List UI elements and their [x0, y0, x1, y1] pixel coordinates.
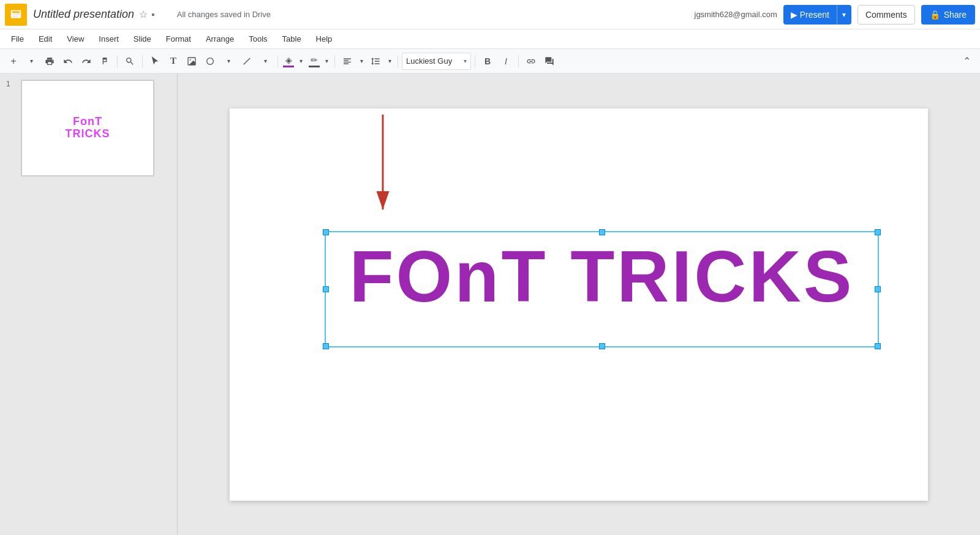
toolbar-right: ⌃	[958, 53, 975, 70]
separator-1	[117, 55, 118, 67]
line-color-button[interactable]: ✏	[307, 54, 321, 69]
shape-button[interactable]	[202, 53, 219, 70]
handle-top-center[interactable]	[599, 229, 605, 235]
handle-bottom-right[interactable]	[875, 343, 881, 349]
thumb-tricks-word: TRICKS	[66, 127, 110, 140]
shape-dropdown-button[interactable]: ▾	[220, 53, 237, 70]
menu-arrange[interactable]: Arrange	[200, 32, 240, 46]
menu-slide[interactable]: Slide	[127, 32, 157, 46]
line-spacing-dropdown[interactable]: ▾	[385, 53, 394, 70]
share-button[interactable]: 🔒 Share	[921, 5, 975, 25]
font-dropdown-icon: ▾	[464, 58, 467, 64]
comments-button[interactable]: Comments	[858, 5, 915, 25]
line-color-icon: ✏	[311, 55, 318, 65]
slide-number-1: 1	[6, 80, 16, 88]
fill-color-dropdown[interactable]: ▾	[296, 53, 305, 70]
folder-icon: ▪	[151, 9, 155, 20]
text-box[interactable]: FOnT TRICKS	[325, 231, 879, 347]
handle-mid-left[interactable]	[323, 286, 329, 292]
menu-format[interactable]: Format	[160, 32, 197, 46]
menu-table[interactable]: Table	[276, 32, 307, 46]
text-button[interactable]: T	[165, 53, 182, 70]
menu-bar: File Edit View Insert Slide Format Arran…	[0, 29, 980, 49]
title-area: Untitled presentation ☆ ▪ All changes sa…	[33, 8, 695, 21]
comment-button[interactable]	[541, 53, 558, 70]
canvas-area[interactable]: FOnT TRICKS	[178, 74, 980, 535]
toolbar-collapse-button[interactable]: ⌃	[958, 53, 975, 70]
menu-view[interactable]: View	[61, 32, 90, 46]
menu-edit[interactable]: Edit	[32, 32, 58, 46]
slides-panel: 1 FonT TRICKS	[0, 74, 178, 535]
present-dropdown-button[interactable]: ▾	[837, 5, 851, 25]
app-icon	[5, 4, 27, 26]
star-icon[interactable]: ☆	[139, 9, 148, 20]
add-dropdown-button[interactable]: ▾	[23, 53, 40, 70]
menu-file[interactable]: File	[5, 32, 30, 46]
image-button[interactable]	[183, 53, 200, 70]
undo-button[interactable]	[59, 53, 77, 70]
line-color-dropdown[interactable]: ▾	[322, 53, 331, 70]
line-color-bar	[309, 66, 320, 67]
svg-rect-2	[12, 14, 20, 15]
separator-2	[142, 55, 143, 67]
separator-4	[334, 55, 335, 67]
text-align-dropdown[interactable]: ▾	[357, 53, 366, 70]
svg-rect-1	[12, 11, 20, 13]
menu-insert[interactable]: Insert	[92, 32, 125, 46]
font-name: Luckiest Guy	[406, 56, 461, 66]
menu-help[interactable]: Help	[310, 32, 339, 46]
font-tricks-text: FOnT TRICKS	[326, 232, 878, 322]
link-button[interactable]	[522, 53, 540, 70]
present-button[interactable]: ▶ Present	[783, 5, 837, 25]
handle-bottom-left[interactable]	[323, 343, 329, 349]
doc-title[interactable]: Untitled presentation	[33, 8, 134, 21]
cursor-button[interactable]	[146, 53, 164, 70]
svg-point-6	[207, 58, 214, 64]
handle-bottom-center[interactable]	[599, 343, 605, 349]
line-dropdown-button[interactable]: ▾	[257, 53, 274, 70]
lock-icon: 🔒	[930, 10, 940, 20]
main-area: 1 FonT TRICKS	[0, 74, 980, 535]
user-email[interactable]: jgsmith628@gmail.com	[695, 10, 777, 19]
share-label: Share	[944, 10, 967, 20]
slide-canvas: FOnT TRICKS	[230, 108, 928, 501]
svg-point-5	[190, 59, 191, 60]
redo-button[interactable]	[78, 53, 95, 70]
fill-color-bar	[283, 66, 294, 67]
add-zoom-group: + ▾	[5, 53, 40, 70]
fill-color-button[interactable]: ◈	[282, 54, 295, 69]
slide-thumbnail-1[interactable]: FonT TRICKS	[21, 80, 154, 176]
handle-top-left[interactable]	[323, 229, 329, 235]
thumb-font-word: FonT	[73, 115, 102, 127]
font-selector[interactable]: Luckiest Guy ▾	[402, 53, 471, 70]
bold-button[interactable]: B	[479, 53, 496, 70]
paint-format-button[interactable]	[96, 53, 113, 70]
line-spacing-button[interactable]	[367, 53, 384, 70]
slide-1-container: 1 FonT TRICKS	[6, 80, 171, 176]
handle-mid-right[interactable]	[875, 286, 881, 292]
top-right: jgsmith628@gmail.com ▶ Present ▾ Comment…	[695, 5, 976, 25]
zoom-button[interactable]	[121, 53, 138, 70]
autosave-status: All changes saved in Drive	[177, 10, 271, 19]
italic-button[interactable]: I	[497, 53, 514, 70]
line-button[interactable]	[238, 53, 255, 70]
fill-color-icon: ◈	[285, 55, 292, 65]
separator-7	[518, 55, 519, 67]
handle-top-right[interactable]	[875, 229, 881, 235]
menu-tools[interactable]: Tools	[243, 32, 273, 46]
text-align-button[interactable]	[339, 53, 356, 70]
toolbar: + ▾ T ▾ ▾ ◈ ▾ ✏ ▾	[0, 49, 980, 74]
top-bar: Untitled presentation ☆ ▪ All changes sa…	[0, 0, 980, 29]
print-button[interactable]	[41, 53, 58, 70]
separator-5	[398, 55, 398, 67]
svg-rect-3	[12, 15, 18, 16]
separator-3	[277, 55, 278, 67]
add-button[interactable]: +	[5, 53, 22, 70]
svg-line-7	[244, 58, 251, 64]
separator-6	[475, 55, 475, 67]
slide-thumb-text-1: FonT TRICKS	[66, 116, 110, 140]
